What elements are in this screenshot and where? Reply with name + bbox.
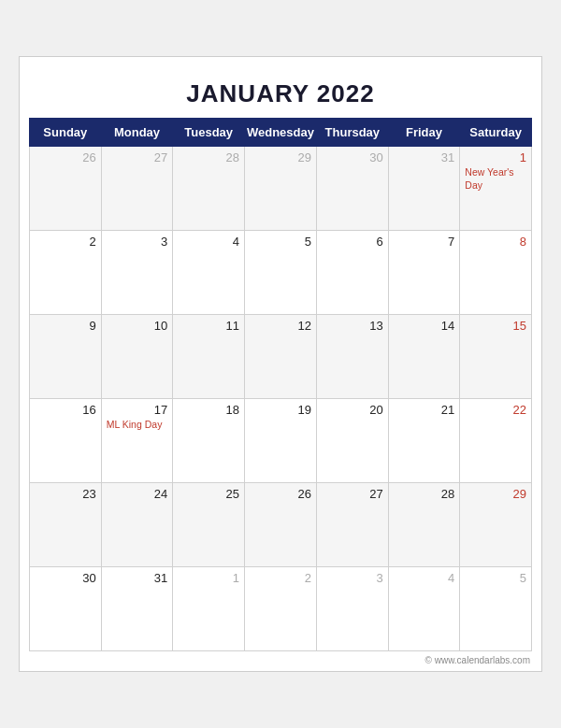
calendar-day-cell: 29 <box>460 483 532 567</box>
calendar-day-cell: 5 <box>244 231 316 315</box>
calendar-day-cell: 4 <box>173 231 245 315</box>
calendar-day-cell: 26 <box>30 147 102 231</box>
calendar-day-cell: 17ML King Day <box>101 399 173 483</box>
day-header: Wednesday <box>244 119 316 147</box>
day-number: 28 <box>178 150 239 164</box>
day-number: 30 <box>322 150 383 164</box>
calendar-footer: © www.calendarlabs.com <box>29 651 532 666</box>
calendar-week-row: 303112345 <box>30 567 532 651</box>
holiday-label: ML King Day <box>107 419 168 432</box>
calendar-day-cell: 27 <box>101 147 173 231</box>
calendar-day-cell: 24 <box>101 483 173 567</box>
day-number: 25 <box>178 487 239 501</box>
calendar-day-cell: 28 <box>388 483 460 567</box>
day-number: 10 <box>107 319 168 333</box>
calendar-day-cell: 25 <box>173 483 245 567</box>
calendar-day-cell: 7 <box>388 231 460 315</box>
day-number: 12 <box>250 319 311 333</box>
calendar-week-row: 1617ML King Day1819202122 <box>30 399 532 483</box>
calendar-day-cell: 9 <box>30 315 102 399</box>
calendar-day-cell: 1 <box>173 567 245 651</box>
calendar-table: SundayMondayTuesdayWednesdayThursdayFrid… <box>29 118 532 651</box>
calendar-day-cell: 30 <box>316 147 388 231</box>
day-number: 17 <box>107 403 168 417</box>
calendar-week-row: 9101112131415 <box>30 315 532 399</box>
calendar-day-cell: 2 <box>244 567 316 651</box>
day-number: 22 <box>465 403 526 417</box>
calendar-day-cell: 23 <box>30 483 102 567</box>
day-number: 1 <box>178 571 239 585</box>
calendar-week-row: 2627282930311New Year's Day <box>30 147 532 231</box>
calendar-day-cell: 3 <box>316 567 388 651</box>
calendar-day-cell: 6 <box>316 231 388 315</box>
day-number: 9 <box>35 319 96 333</box>
day-number: 18 <box>178 403 239 417</box>
day-number: 27 <box>107 150 168 164</box>
calendar-day-cell: 31 <box>101 567 173 651</box>
calendar-day-cell: 12 <box>244 315 316 399</box>
day-number: 2 <box>250 571 311 585</box>
calendar-day-cell: 31 <box>388 147 460 231</box>
day-number: 31 <box>394 150 455 164</box>
day-number: 31 <box>107 571 168 585</box>
calendar-body: 2627282930311New Year's Day2345678910111… <box>30 147 532 651</box>
calendar-day-cell: 29 <box>244 147 316 231</box>
day-number: 6 <box>322 235 383 249</box>
day-number: 13 <box>322 319 383 333</box>
calendar-day-cell: 20 <box>316 399 388 483</box>
calendar-day-cell: 5 <box>460 567 532 651</box>
day-number: 23 <box>35 487 96 501</box>
day-header: Tuesday <box>173 119 245 147</box>
day-number: 4 <box>394 571 455 585</box>
calendar-day-cell: 18 <box>173 399 245 483</box>
day-header: Thursday <box>316 119 388 147</box>
day-number: 28 <box>394 487 455 501</box>
day-number: 26 <box>35 150 96 164</box>
calendar-day-cell: 3 <box>101 231 173 315</box>
day-number: 20 <box>322 403 383 417</box>
calendar-day-cell: 8 <box>460 231 532 315</box>
calendar-day-cell: 14 <box>388 315 460 399</box>
calendar-day-cell: 30 <box>30 567 102 651</box>
calendar-week-row: 23242526272829 <box>30 483 532 567</box>
day-number: 2 <box>35 235 96 249</box>
calendar-day-cell: 22 <box>460 399 532 483</box>
day-number: 3 <box>322 571 383 585</box>
calendar-title: JANUARY 2022 <box>29 66 532 118</box>
day-number: 27 <box>322 487 383 501</box>
calendar-day-cell: 28 <box>173 147 245 231</box>
day-number: 15 <box>465 319 526 333</box>
day-number: 30 <box>35 571 96 585</box>
day-number: 4 <box>178 235 239 249</box>
calendar-day-cell: 4 <box>388 567 460 651</box>
calendar-header-row: SundayMondayTuesdayWednesdayThursdayFrid… <box>30 119 532 147</box>
day-number: 11 <box>178 319 239 333</box>
calendar-week-row: 2345678 <box>30 231 532 315</box>
day-number: 1 <box>465 150 526 164</box>
day-number: 14 <box>394 319 455 333</box>
calendar-day-cell: 26 <box>244 483 316 567</box>
day-header: Saturday <box>460 119 532 147</box>
day-number: 5 <box>250 235 311 249</box>
day-header: Friday <box>388 119 460 147</box>
calendar-day-cell: 1New Year's Day <box>460 147 532 231</box>
calendar-container: JANUARY 2022 SundayMondayTuesdayWednesda… <box>19 56 542 672</box>
day-number: 3 <box>107 235 168 249</box>
day-number: 5 <box>465 571 526 585</box>
day-number: 21 <box>394 403 455 417</box>
day-number: 24 <box>107 487 168 501</box>
day-header: Sunday <box>30 119 102 147</box>
day-number: 29 <box>465 487 526 501</box>
day-header: Monday <box>101 119 173 147</box>
calendar-day-cell: 19 <box>244 399 316 483</box>
day-number: 19 <box>250 403 311 417</box>
calendar-day-cell: 11 <box>173 315 245 399</box>
day-number: 26 <box>250 487 311 501</box>
holiday-label: New Year's Day <box>465 166 526 192</box>
calendar-day-cell: 27 <box>316 483 388 567</box>
calendar-day-cell: 10 <box>101 315 173 399</box>
day-number: 16 <box>35 403 96 417</box>
calendar-day-cell: 15 <box>460 315 532 399</box>
calendar-day-cell: 2 <box>30 231 102 315</box>
day-number: 8 <box>465 235 526 249</box>
